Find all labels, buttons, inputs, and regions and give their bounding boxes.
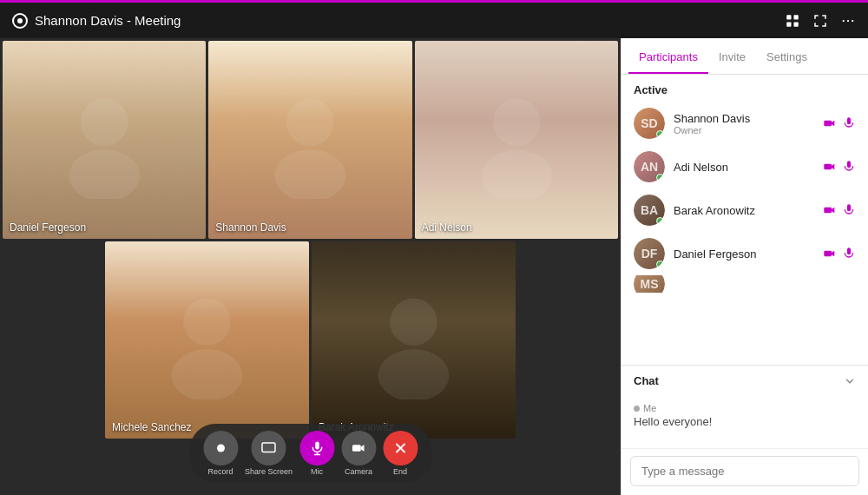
participant-info-adi: Adi Nelson — [674, 161, 814, 174]
tab-participants[interactable]: Participants — [628, 38, 708, 74]
record-button[interactable] — [203, 431, 238, 465]
grid-icon[interactable] — [785, 13, 800, 29]
svg-rect-2 — [786, 22, 791, 26]
participant-name-adi: Adi Nelson — [674, 161, 814, 174]
camera-button[interactable] — [341, 431, 376, 465]
svg-rect-21 — [824, 121, 832, 127]
end-button[interactable] — [383, 431, 418, 465]
chat-input-area — [621, 448, 868, 495]
mic-icon-adi[interactable] — [842, 160, 856, 174]
svg-rect-19 — [315, 442, 319, 450]
share-screen-button[interactable] — [251, 431, 286, 465]
svg-rect-24 — [847, 161, 851, 168]
end-control: End — [383, 431, 418, 476]
svg-point-11 — [493, 98, 541, 146]
active-section-label: Active — [621, 75, 868, 102]
panel-tabs: Participants Invite Settings — [621, 38, 868, 75]
avatar-adi: AN — [634, 151, 665, 182]
mic-icon-barak[interactable] — [842, 203, 856, 217]
video-feed-michele — [105, 241, 309, 439]
camera-control: Camera — [341, 431, 376, 476]
record-control: Record — [203, 431, 238, 476]
mic-icon-shannon[interactable] — [842, 116, 856, 130]
tab-settings[interactable]: Settings — [756, 38, 818, 74]
tab-invite[interactable]: Invite — [708, 38, 756, 74]
svg-rect-3 — [794, 22, 799, 26]
svg-rect-1 — [794, 15, 799, 19]
chat-dot — [634, 406, 640, 412]
svg-rect-20 — [352, 445, 361, 452]
svg-point-6 — [852, 19, 853, 21]
record-label: Record — [207, 467, 233, 476]
participant-role-shannon: Owner — [674, 125, 814, 135]
participant-info-barak: Barak Aronowitz — [674, 204, 814, 217]
online-indicator-shannon — [656, 130, 664, 138]
fullscreen-icon[interactable] — [812, 13, 828, 29]
share-screen-control: Share Screen — [245, 431, 293, 476]
svg-rect-28 — [847, 248, 851, 254]
video-row-1: Daniel Fergeson Shannon Davis — [3, 41, 618, 239]
chat-input[interactable] — [630, 456, 859, 486]
video-label-shannon: Shannon Davis — [215, 221, 286, 234]
top-bar-actions — [785, 13, 856, 29]
svg-rect-27 — [824, 251, 832, 257]
video-icon-shannon[interactable] — [823, 116, 837, 130]
svg-point-5 — [847, 19, 849, 21]
video-feed-shannon — [208, 41, 411, 239]
video-label-michele: Michele Sanchez — [112, 421, 191, 433]
chat-messages: Me Hello everyone! — [621, 396, 868, 448]
video-icon-adi[interactable] — [823, 160, 837, 174]
mic-control: Mic — [299, 431, 334, 476]
participant-controls-barak — [823, 203, 856, 217]
avatar-shannon: SD — [634, 108, 665, 139]
video-icon-daniel[interactable] — [823, 247, 837, 261]
chat-title: Chat — [634, 374, 659, 387]
video-area: Daniel Fergeson Shannon Davis — [0, 38, 621, 495]
menu-icon[interactable] — [840, 13, 856, 29]
chat-message-text: Hello everyone! — [634, 415, 856, 428]
svg-point-10 — [275, 149, 346, 199]
video-label-daniel: Daniel Fergeson — [10, 221, 86, 234]
svg-point-13 — [183, 298, 231, 346]
main-area: Daniel Fergeson Shannon Davis — [0, 38, 868, 495]
online-indicator-daniel — [656, 261, 664, 268]
svg-rect-26 — [847, 204, 851, 211]
top-bar: Shannon Davis - Meeting — [0, 0, 868, 38]
svg-point-17 — [216, 445, 224, 452]
video-feed-daniel — [3, 41, 206, 239]
participant-info-daniel: Daniel Fergeson — [674, 248, 814, 261]
chat-header[interactable]: Chat — [621, 366, 868, 396]
svg-point-9 — [286, 98, 334, 146]
mic-icon-daniel[interactable] — [842, 247, 856, 261]
online-indicator-barak — [656, 217, 664, 225]
avatar-barak: BA — [634, 195, 665, 226]
video-cell-barak: Barak Aronowitz — [312, 241, 516, 439]
mic-button[interactable] — [299, 431, 334, 465]
video-cell-daniel: Daniel Fergeson — [3, 41, 206, 239]
participant-name-barak: Barak Aronowitz — [674, 204, 814, 217]
svg-point-16 — [378, 349, 449, 399]
right-panel: Participants Invite Settings Active SD S… — [621, 38, 868, 495]
video-icon-barak[interactable] — [823, 203, 837, 217]
svg-point-8 — [69, 149, 140, 199]
participant-controls-daniel — [823, 247, 856, 261]
participant-name-shannon: Shannon Davis — [674, 112, 814, 125]
participant-row-daniel: DF Daniel Fergeson — [621, 232, 868, 275]
svg-rect-22 — [847, 117, 851, 124]
video-row-2: Michele Sanchez Barak Aronowitz — [3, 241, 618, 439]
chat-section: Chat Me Hello everyone! — [621, 365, 868, 495]
participant-row-barak: BA Barak Aronowitz — [621, 188, 868, 232]
participant-controls-adi — [823, 160, 856, 174]
svg-rect-25 — [824, 208, 832, 214]
meeting-title: Shannon Davis - Meeting — [35, 13, 785, 28]
svg-point-4 — [843, 19, 845, 21]
svg-point-12 — [481, 149, 552, 199]
video-feed-barak — [312, 241, 516, 439]
meeting-controls: Record Share Screen Mic Ca — [189, 424, 431, 483]
svg-point-14 — [172, 349, 243, 399]
video-cell-shannon: Shannon Davis — [208, 41, 411, 239]
participant-controls-shannon — [823, 116, 856, 130]
chevron-down-icon — [844, 375, 856, 387]
end-label: End — [393, 467, 407, 476]
svg-rect-23 — [824, 164, 832, 170]
